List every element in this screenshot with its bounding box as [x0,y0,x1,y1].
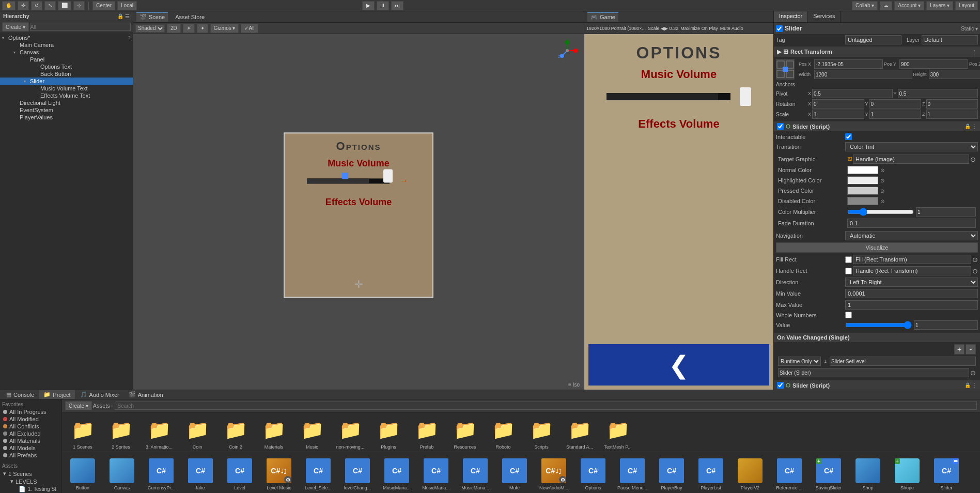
runtime-select[interactable]: Runtime Only [778,357,821,366]
asset-mute[interactable]: Mute [496,455,533,491]
slider-script2-header[interactable]: ⬡ Slider (Script) 🔒 ⋮ [774,380,980,390]
fav-all-prefabs[interactable]: All Prefabs [2,452,59,459]
transition-select[interactable]: Color Tint [845,142,978,151]
hierarchy-item-music-text[interactable]: Music Volume Text [0,85,133,92]
fill-rect-checkbox[interactable] [845,256,852,263]
disabled-color-swatch[interactable] [847,197,878,205]
fav-all-materials[interactable]: All Materials [2,437,59,444]
scale-z-input[interactable] [926,110,978,119]
slider-script2-lock[interactable]: 🔒 [965,382,971,388]
layer-input[interactable] [922,35,978,44]
inspector-tab[interactable]: Inspector [774,11,808,22]
add-event-btn[interactable]: + [954,344,965,355]
assets-create-btn[interactable]: Create ▾ [65,401,92,410]
hierarchy-item-player-values[interactable]: PlayerValues [0,114,133,121]
fav-all-conflicts[interactable]: All Conflicts [2,423,59,430]
pressed-color-swatch[interactable] [847,187,878,195]
fade-duration-input[interactable] [847,219,976,228]
layers-btn[interactable]: Layers ▾ [926,1,953,10]
asset-new-audio[interactable]: ♫ ⚙ NewAudioM... [535,455,572,491]
light-btn[interactable]: ☀ [183,24,195,33]
handle-rect-select-btn[interactable]: ⊙ [972,267,978,275]
asset-level-music[interactable]: ♫ ⚙ Level Music [260,455,298,491]
asset-canvas[interactable]: Canvas [103,455,141,491]
on-value-changed-header[interactable]: On Value Changed (Single) [774,333,980,342]
hierarchy-item-panel[interactable]: Panel [0,56,133,63]
project-tab[interactable]: 📁 Project [39,390,74,399]
asset-level-sele[interactable]: Level_Sele... [300,455,337,491]
asset-store-tab[interactable]: Asset Store [172,13,208,21]
asset-music-mana2[interactable]: MusicMana... [417,455,455,491]
layout-btn[interactable]: Layout [955,1,978,10]
asset-shop[interactable]: Shop [849,455,886,491]
hierarchy-item-back-btn[interactable]: Back Button [0,70,133,78]
height-input[interactable] [929,70,981,79]
slider-script2-menu[interactable]: ⋮ [972,382,977,388]
hierarchy-menu-btn[interactable]: ☰ [125,13,130,19]
fav-all-in-progress[interactable]: All In Progress [2,408,59,415]
asset-pause-menu[interactable]: Pause Menu... [614,455,651,491]
direction-select[interactable]: Left To Right [845,278,978,287]
rot-z-input[interactable] [926,99,978,109]
asset-button[interactable]: Button [64,455,101,491]
target-graphic-select-btn[interactable]: ⊙ [970,156,976,163]
folder-materials[interactable]: 📁 Materials [255,414,292,451]
scale-x-input[interactable] [812,110,864,119]
folder-scenes[interactable]: ▾ 1 Scenes [2,470,59,477]
function-input[interactable] [830,357,976,366]
asset-level-chang[interactable]: levelChang... [339,455,376,491]
folder-nonmoving[interactable]: 📁 non-moving... [332,414,369,451]
folder-textmesh[interactable]: 📁 TextMesh P... [599,414,636,451]
asset-slider[interactable]: ✏ Slider [928,455,965,491]
pressed-color-picker-btn[interactable]: ⊙ [880,188,884,194]
rect-transform-header[interactable]: ▶ ⊞ Rect Transform ⋮ [774,47,980,57]
target-graphic-input[interactable] [853,155,969,164]
step-btn[interactable]: ⏭ [391,1,403,10]
asset-reference[interactable]: Reference ... [771,455,808,491]
asset-level[interactable]: Level [221,455,258,491]
slider-script-checkbox[interactable] [777,123,784,130]
asset-saving-slider[interactable]: + SavingSlider [810,455,847,491]
collab-btn[interactable]: Collab ▾ [852,1,878,10]
asset-music-mana1[interactable]: MusicMana... [378,455,415,491]
width-input[interactable] [814,70,912,79]
play-btn[interactable]: ▶ [362,1,375,10]
account-btn[interactable]: Account ▾ [894,1,924,10]
remove-event-btn[interactable]: - [966,344,976,355]
game-tab[interactable]: 🎮 Game [587,12,618,22]
folder-resources[interactable]: 📁 Resources [446,414,484,451]
scene-view[interactable]: X Y Z ≡ Iso Options Music Volume [133,34,584,390]
value-input[interactable] [914,320,978,330]
visualize-btn[interactable]: Visualize [776,242,978,253]
folder-prefab[interactable]: 📁 Prefab [408,414,445,451]
interactable-checkbox[interactable] [845,133,852,140]
hierarchy-create-btn[interactable]: Create ▾ [2,22,29,32]
disabled-color-picker-btn[interactable]: ⊙ [880,198,884,204]
hierarchy-search[interactable] [30,23,131,31]
handle-rect-input[interactable] [853,266,971,275]
rotate-tool-btn[interactable]: ↺ [31,1,42,10]
value-slider[interactable] [845,321,912,329]
folder-coin[interactable]: 📁 Coin [179,414,216,451]
pos-y-input[interactable] [899,59,968,69]
fill-rect-input[interactable] [853,255,971,264]
fav-all-modified[interactable]: All Modified [2,415,59,423]
folder-levels[interactable]: ▾ LEVELS [2,477,59,485]
hierarchy-item-camera[interactable]: Main Camera [0,41,133,49]
cloud-btn[interactable]: ☁ [880,1,892,10]
fav-all-excluded[interactable]: All Excluded [2,430,59,437]
hierarchy-lock-btn[interactable]: 🔒 [117,13,123,19]
slider-script2-checkbox[interactable] [777,382,784,389]
pivot-x-input[interactable] [812,89,892,98]
normal-color-swatch[interactable] [847,166,878,174]
folder-1scenes[interactable]: 📁 1 Scenes [64,414,101,451]
tag-input[interactable] [845,35,901,44]
color-multiplier-input[interactable] [916,207,976,217]
pause-btn[interactable]: ⏸ [377,1,389,10]
local-btn[interactable]: Local [117,1,137,10]
hierarchy-item-dir-light[interactable]: Directional Light [0,99,133,106]
asset-music-mana3[interactable]: MusicMana... [457,455,494,491]
center-btn[interactable]: Center [92,1,115,10]
folder-coin2[interactable]: 📁 Coin 2 [217,414,254,451]
animation-tab[interactable]: 🎬 Animation [125,390,167,399]
